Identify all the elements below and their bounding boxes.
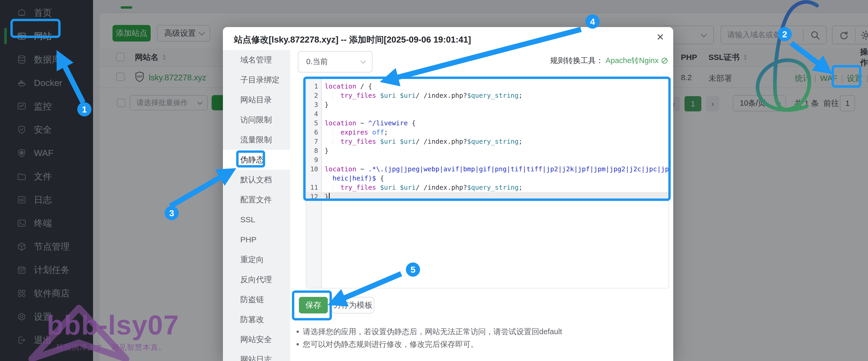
line-number: 11 (306, 183, 321, 192)
modal-menu-item-12[interactable]: 防盗链 (223, 290, 290, 309)
modal-menu-item-9[interactable]: PHP (223, 230, 290, 250)
rule-version-select[interactable]: 0.当前 (298, 51, 372, 72)
modal-menu-item-8[interactable]: SSL (223, 210, 290, 230)
line-number: 8 (306, 146, 321, 155)
code-line[interactable]: } (322, 192, 669, 201)
save-button[interactable]: 保存 (299, 297, 328, 314)
external-link-icon[interactable] (660, 57, 669, 65)
line-number: 10 (306, 164, 321, 174)
modal-menu-item-3[interactable]: 访问限制 (223, 110, 290, 130)
code-line[interactable]: } (322, 146, 669, 155)
modal-side-menu: 域名管理子目录绑定网站目录访问限制流量限制伪静态默认文档配置文件SSLPHP重定… (223, 50, 290, 361)
note-item: 您可以对伪静态规则进行修改，修改完后保存即可。 (296, 338, 562, 351)
modal-title: 站点修改[lsky.872278.xyz] -- 添加时间[2025-09-06… (234, 34, 471, 46)
rewrite-rule-editor[interactable]: 123456789101112 location / { try_files $… (306, 78, 669, 289)
code-line[interactable]: try_files $uri $uri/ /index.php?$query_s… (322, 183, 669, 192)
line-number: 4 (306, 109, 321, 119)
modal-menu-item-0[interactable]: 域名管理 (223, 50, 290, 70)
modal-menu-item-5[interactable]: 伪静态 (223, 150, 290, 170)
modal-menu-item-10[interactable]: 重定向 (223, 250, 290, 269)
text-cursor (329, 193, 330, 200)
editor-gutter: 123456789101112 (306, 79, 322, 288)
tool-label: 规则转换工具： (550, 56, 603, 66)
code-line[interactable]: location ~ .*\.(jpg|jpeg|webp|avif|bmp|g… (322, 164, 669, 174)
code-line[interactable]: } (322, 100, 669, 109)
chevron-down-icon (361, 58, 366, 64)
code-line[interactable]: location / { (322, 82, 669, 91)
line-number: 3 (306, 100, 321, 109)
line-number: 1 (306, 82, 321, 91)
line-number: 5 (306, 119, 321, 128)
line-number: 9 (306, 155, 321, 164)
code-line[interactable] (322, 109, 669, 119)
modal-notes: 请选择您的应用，若设置伪静态后，网站无法正常访问，请尝试设置回default您可… (296, 325, 562, 351)
modal-menu-item-4[interactable]: 流量限制 (223, 130, 290, 150)
code-line[interactable]: try_files $uri $uri/ /index.php?$query_s… (322, 91, 669, 100)
modal-menu-item-11[interactable]: 反向代理 (223, 269, 290, 290)
modal-menu-item-7[interactable]: 配置文件 (223, 190, 290, 210)
editor-code[interactable]: location / { try_files $uri $uri/ /index… (322, 79, 669, 288)
note-item: 请选择您的应用，若设置伪静态后，网站无法正常访问，请尝试设置回default (296, 325, 562, 338)
line-number: 7 (306, 137, 321, 146)
rule-convert-tool: 规则转换工具： Apache转Nginx (550, 56, 669, 66)
site-edit-modal: 站点修改[lsky.872278.xyz] -- 添加时间[2025-09-06… (223, 27, 673, 361)
modal-menu-item-6[interactable]: 默认文档 (223, 170, 290, 190)
line-number: 2 (306, 91, 321, 100)
code-line[interactable]: location ~ ^/livewire { (322, 119, 669, 128)
line-number: 12 (306, 192, 321, 201)
rule-version-value: 0.当前 (306, 57, 328, 67)
line-number: 6 (306, 128, 321, 137)
apache-to-nginx-link[interactable]: Apache转Nginx (606, 56, 659, 66)
code-line[interactable] (322, 155, 669, 164)
close-icon[interactable]: × (657, 31, 664, 43)
modal-menu-item-13[interactable]: 防篡改 (223, 309, 290, 329)
code-line[interactable]: try_files $uri $uri/ /index.php?$query_s… (322, 137, 669, 146)
modal-menu-item-14[interactable]: 网站安全 (223, 329, 290, 350)
code-line[interactable]: heic|heif)$ { (322, 174, 669, 183)
modal-menu-item-15[interactable]: 网站日志 (223, 350, 290, 361)
save-as-template-button[interactable]: 另存为模板 (331, 297, 374, 314)
modal-menu-item-1[interactable]: 子目录绑定 (223, 70, 290, 90)
code-line[interactable]: expires off; (322, 128, 669, 137)
line-number (306, 174, 321, 183)
modal-menu-item-2[interactable]: 网站目录 (223, 90, 290, 110)
screenshot-root: 首页网站数据库Docker监控安全WAF文件日志终端节点管理计划任务软件商店设置… (0, 0, 868, 361)
